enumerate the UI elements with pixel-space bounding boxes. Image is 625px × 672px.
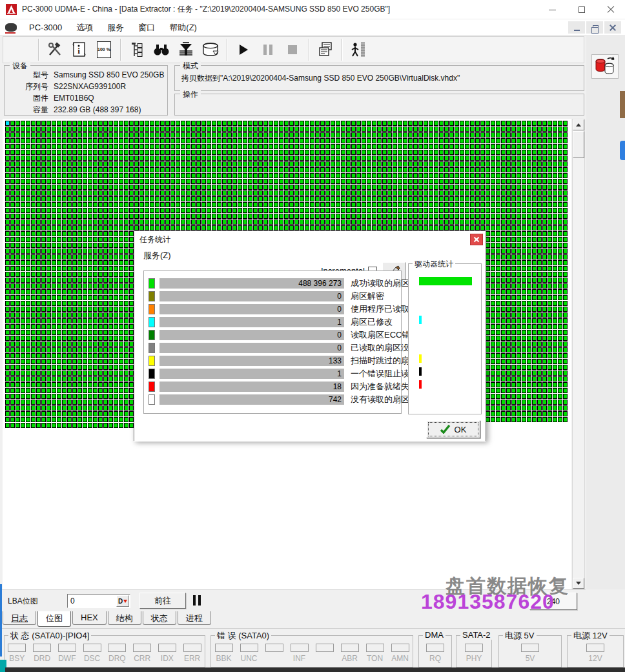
map-cell[interactable]: [129, 423, 134, 428]
map-cell[interactable]: [207, 208, 211, 213]
map-cell[interactable]: [496, 138, 500, 143]
map-cell[interactable]: [325, 214, 330, 219]
map-cell[interactable]: [548, 249, 552, 254]
map-cell[interactable]: [72, 127, 77, 132]
map-cell[interactable]: [403, 190, 407, 196]
map-cell[interactable]: [98, 318, 103, 323]
map-cell[interactable]: [36, 353, 41, 358]
map-cell[interactable]: [31, 324, 36, 329]
map-cell[interactable]: [403, 185, 407, 190]
map-cell[interactable]: [72, 249, 77, 254]
map-cell[interactable]: [67, 214, 72, 219]
map-cell[interactable]: [150, 138, 154, 143]
map-cell[interactable]: [15, 347, 20, 352]
map-cell[interactable]: [336, 214, 340, 219]
map-cell[interactable]: [72, 156, 77, 161]
map-cell[interactable]: [36, 138, 41, 143]
map-cell[interactable]: [532, 219, 537, 225]
map-cell[interactable]: [238, 179, 242, 184]
map-cell[interactable]: [517, 179, 521, 184]
map-cell[interactable]: [67, 185, 72, 190]
map-cell[interactable]: [31, 283, 36, 289]
map-cell[interactable]: [480, 214, 485, 219]
map-cell[interactable]: [558, 190, 562, 196]
map-cell[interactable]: [548, 138, 552, 143]
map-cell[interactable]: [10, 359, 15, 364]
map-cell[interactable]: [41, 132, 46, 137]
map-cell[interactable]: [114, 237, 118, 242]
map-cell[interactable]: [294, 225, 299, 230]
map-cell[interactable]: [129, 173, 134, 178]
map-cell[interactable]: [465, 179, 469, 184]
map-cell[interactable]: [398, 138, 402, 143]
map-cell[interactable]: [124, 336, 128, 341]
map-cell[interactable]: [511, 156, 516, 161]
map-cell[interactable]: [434, 138, 438, 143]
map-cell[interactable]: [279, 202, 283, 207]
map-cell[interactable]: [88, 185, 92, 190]
map-cell[interactable]: [377, 179, 382, 184]
map-cell[interactable]: [160, 127, 165, 132]
map-cell[interactable]: [62, 336, 67, 341]
map-cell[interactable]: [356, 225, 361, 230]
map-cell[interactable]: [114, 359, 118, 364]
map-cell[interactable]: [486, 405, 490, 411]
map-cell[interactable]: [398, 196, 402, 201]
map-cell[interactable]: [15, 359, 20, 364]
map-cell[interactable]: [145, 190, 149, 196]
map-cell[interactable]: [124, 156, 128, 161]
map-cell[interactable]: [176, 208, 180, 213]
map-cell[interactable]: [196, 225, 201, 230]
map-cell[interactable]: [83, 388, 87, 393]
map-cell[interactable]: [139, 202, 144, 207]
map-cell[interactable]: [336, 127, 340, 132]
map-cell[interactable]: [501, 167, 506, 172]
map-cell[interactable]: [88, 289, 92, 294]
map-cell[interactable]: [150, 179, 154, 184]
map-cell[interactable]: [527, 254, 531, 260]
map-cell[interactable]: [57, 254, 61, 260]
map-cell[interactable]: [542, 417, 547, 422]
map-cell[interactable]: [434, 127, 438, 132]
map-cell[interactable]: [191, 219, 196, 225]
map-cell[interactable]: [31, 417, 36, 422]
map-cell[interactable]: [83, 295, 87, 300]
map-cell[interactable]: [108, 307, 113, 312]
map-cell[interactable]: [93, 196, 97, 201]
map-cell[interactable]: [372, 156, 376, 161]
map-cell[interactable]: [5, 144, 10, 149]
map-cell[interactable]: [486, 144, 490, 149]
map-cell[interactable]: [160, 161, 165, 167]
map-cell[interactable]: [511, 225, 516, 230]
map-cell[interactable]: [362, 138, 366, 143]
map-cell[interactable]: [548, 341, 552, 347]
map-cell[interactable]: [294, 179, 299, 184]
map-cell[interactable]: [103, 219, 108, 225]
map-cell[interactable]: [52, 278, 56, 283]
map-cell[interactable]: [5, 138, 10, 143]
map-cell[interactable]: [108, 324, 113, 329]
map-cell[interactable]: [325, 202, 330, 207]
map-cell[interactable]: [558, 179, 562, 184]
map-cell[interactable]: [563, 132, 568, 137]
map-cell[interactable]: [243, 185, 247, 190]
map-cell[interactable]: [511, 121, 516, 126]
map-cell[interactable]: [506, 214, 511, 219]
map-cell[interactable]: [501, 353, 506, 358]
map-cell[interactable]: [486, 318, 490, 323]
map-cell[interactable]: [501, 127, 506, 132]
map-cell[interactable]: [93, 330, 97, 335]
map-cell[interactable]: [21, 231, 25, 236]
map-cell[interactable]: [62, 161, 67, 167]
map-cell[interactable]: [517, 278, 521, 283]
map-cell[interactable]: [46, 127, 51, 132]
map-cell[interactable]: [10, 330, 15, 335]
map-cell[interactable]: [331, 156, 335, 161]
map-cell[interactable]: [88, 411, 92, 416]
map-cell[interactable]: [201, 121, 206, 126]
map-cell[interactable]: [5, 423, 10, 428]
map-cell[interactable]: [176, 214, 180, 219]
map-cell[interactable]: [542, 254, 547, 260]
map-cell[interactable]: [289, 214, 294, 219]
map-cell[interactable]: [413, 214, 418, 219]
